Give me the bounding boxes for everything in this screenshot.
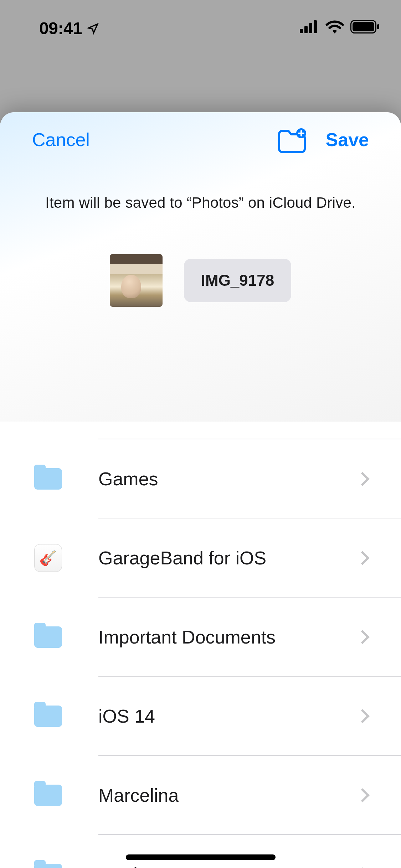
home-indicator[interactable] [126,854,276,860]
svg-rect-3 [314,20,317,33]
battery-icon [350,20,380,33]
folder-row-ios14[interactable]: iOS 14 [0,677,401,756]
status-time-text: 09:41 [39,19,82,38]
garageband-app-icon: 🎸 [34,544,62,572]
cancel-button[interactable]: Cancel [32,129,90,150]
folder-icon [34,626,62,648]
chevron-right-icon [355,551,370,565]
chevron-right-icon [355,630,370,644]
status-bar: 09:41 [0,0,401,48]
svg-rect-1 [304,26,308,33]
svg-rect-0 [300,29,303,33]
svg-rect-6 [377,24,379,29]
svg-rect-2 [309,23,312,33]
filename-field[interactable]: IMG_9178 [184,259,291,302]
chevron-right-icon [355,709,370,723]
folder-label: Important Documents [98,626,358,648]
folder-list[interactable]: Film Games 🎸 GarageBand for iOS Importan… [0,422,401,868]
file-preview-row: IMG_9178 [0,254,401,307]
save-sheet: Cancel Save Item will be saved to “Photo… [0,112,401,868]
folder-icon [34,864,62,868]
cellular-icon [300,20,319,33]
folder-row-music[interactable]: Music [0,835,401,868]
folder-row-games[interactable]: Games [0,439,401,518]
chevron-right-icon [355,472,370,486]
chevron-right-icon [355,788,370,802]
nav-bar: Cancel Save [0,128,401,151]
file-thumbnail [110,254,163,307]
status-indicators [300,19,380,33]
new-folder-button[interactable] [278,128,306,151]
folder-row-film[interactable]: Film [0,422,401,439]
folder-icon [34,468,62,490]
folder-icon [34,706,62,727]
folder-label: iOS 14 [98,706,358,727]
status-time: 09:41 [39,19,99,38]
svg-rect-5 [353,22,374,31]
folder-label: Marcelina [98,785,358,806]
folder-row-important-documents[interactable]: Important Documents [0,598,401,677]
folder-row-garageband[interactable]: 🎸 GarageBand for iOS [0,518,401,598]
folder-row-marcelina[interactable]: Marcelina [0,756,401,835]
folder-label: Music [98,864,358,868]
sheet-header: Cancel Save Item will be saved to “Photo… [0,112,401,422]
save-button[interactable]: Save [326,129,369,150]
folder-icon [34,785,62,806]
folder-label: GarageBand for iOS [98,547,358,569]
wifi-icon [325,20,344,33]
folder-label: Games [98,468,358,490]
save-prompt: Item will be saved to “Photos” on iCloud… [0,194,401,211]
location-icon [87,22,99,35]
